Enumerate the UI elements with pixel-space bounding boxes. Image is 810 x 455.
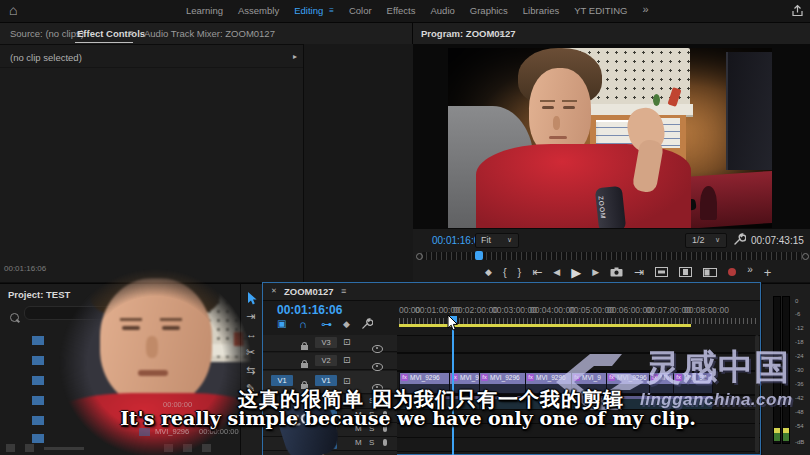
workspace-tab-editing[interactable]: Editing: [294, 5, 323, 16]
chevron-down-icon: ∨: [715, 236, 720, 244]
sync-lock-icon[interactable]: ⊡: [343, 355, 351, 365]
play-button[interactable]: ▶: [571, 265, 581, 280]
track-target-v2[interactable]: V2: [315, 355, 337, 366]
seek-zoom-handle-right[interactable]: [802, 253, 809, 260]
export-frame-button[interactable]: [610, 267, 623, 277]
work-area-bar[interactable]: [399, 324, 691, 327]
snap-magnet-icon[interactable]: ∩: [299, 318, 307, 330]
workspace-tab-color[interactable]: Color: [349, 5, 372, 16]
effect-controls-panel: Source: (no clips) Effect Controls ≡ Aud…: [0, 23, 413, 282]
transport-overflow-icon[interactable]: »: [747, 264, 753, 275]
search-icon: [10, 313, 19, 322]
home-icon[interactable]: ⌂: [9, 2, 17, 18]
workspace-tab-audio[interactable]: Audio: [430, 5, 454, 16]
add-marker-button[interactable]: ◆: [485, 267, 492, 277]
step-back-button[interactable]: ◀: [553, 267, 560, 277]
seek-zoom-handle-left[interactable]: [416, 253, 423, 260]
zoom-mic: ZOOM: [595, 186, 626, 228]
track-header-v2: V2 ⊡: [263, 353, 397, 370]
meter-scale-label: -30: [795, 367, 804, 373]
lift-button[interactable]: [655, 267, 668, 277]
timeline-panel-menu-icon[interactable]: ≡: [341, 286, 346, 296]
shelf-tool-green: [653, 94, 660, 106]
subtitle-english: It's really simple because we have only …: [3, 407, 810, 429]
settings-wrench-icon[interactable]: [733, 233, 746, 246]
premiere-pro-window: ⌂ Learning Assembly Editing ≡ Color Effe…: [0, 0, 810, 455]
go-to-out-button[interactable]: ⇥: [634, 265, 644, 279]
ruler-label: 00:08:00:00: [684, 305, 728, 315]
mark-out-button[interactable]: }: [518, 266, 522, 278]
project-clip-icon: [139, 428, 150, 436]
timeline-tab-bar: ✕ ZOOM0127 ≡: [263, 283, 760, 301]
no-clip-message: (no clip selected): [10, 52, 82, 63]
tab-effect-controls[interactable]: Effect Controls: [77, 28, 145, 39]
mute-button[interactable]: M: [355, 438, 362, 447]
program-panel-menu-icon[interactable]: ≡: [499, 28, 504, 38]
program-playhead[interactable]: [475, 251, 483, 260]
source-patch-v1[interactable]: V1: [271, 375, 293, 386]
timeline-timecode[interactable]: 00:01:16:06: [277, 303, 342, 317]
lock-icon[interactable]: [301, 363, 308, 368]
wine-glass: [700, 186, 717, 220]
mark-in-button[interactable]: {: [503, 266, 507, 278]
program-video: ZOOM: [448, 48, 772, 228]
effect-controls-tab-bar: Source: (no clips) Effect Controls ≡ Aud…: [0, 23, 412, 45]
track-target-v3[interactable]: V3: [315, 337, 337, 348]
tab-source-monitor[interactable]: Source: (no clips): [10, 28, 84, 39]
record-indicator[interactable]: [728, 268, 736, 276]
extract-button[interactable]: [679, 267, 692, 277]
track-output-eye-icon[interactable]: [372, 345, 383, 353]
workspace-tab-learning[interactable]: Learning: [186, 5, 223, 16]
workspace-tab-libraries[interactable]: Libraries: [523, 5, 559, 16]
top-bar: ⌂ Learning Assembly Editing ≡ Color Effe…: [0, 0, 810, 23]
lock-icon[interactable]: [301, 345, 308, 350]
zoom-level-select[interactable]: Fit ∨: [475, 233, 519, 248]
program-video-frame[interactable]: ZOOM: [413, 44, 810, 229]
sync-lock-icon[interactable]: ⊡: [343, 376, 351, 386]
export-icon[interactable]: [791, 4, 804, 17]
add-marker-icon[interactable]: ◆: [343, 319, 350, 329]
mic-brand-label: ZOOM: [598, 196, 607, 220]
person-face: [529, 68, 591, 156]
tab-audio-track-mixer[interactable]: Audio Track Mixer: ZOOM0127: [144, 28, 275, 39]
workspace-tab-assembly[interactable]: Assembly: [238, 5, 279, 16]
workspace-overflow-icon[interactable]: »: [642, 3, 648, 16]
workspace-tab-yt-editing[interactable]: YT EDITING: [574, 5, 627, 16]
twirl-arrow-icon[interactable]: ▸: [293, 52, 297, 61]
mouse-cursor: [447, 315, 459, 332]
playback-resolution-select[interactable]: 1/2 ∨: [685, 233, 727, 248]
effect-controls-right-pane: [303, 44, 413, 282]
workspace-tab-effects[interactable]: Effects: [387, 5, 416, 16]
program-duration: 00:07:43:15: [751, 235, 804, 246]
voiceover-mic-icon[interactable]: [383, 439, 387, 446]
transport-controls: ◆ { } ⇤ ◀ ▶ ▶ ⇥ » +: [485, 262, 807, 282]
icon-view-button[interactable]: [25, 444, 34, 452]
comparison-view-button[interactable]: [703, 268, 717, 277]
go-to-in-button[interactable]: ⇤: [532, 265, 542, 279]
meter-scale-label: -6: [795, 311, 800, 317]
track-target-v1[interactable]: V1: [315, 375, 337, 386]
sync-lock-icon[interactable]: ⊡: [343, 337, 351, 347]
program-tab-bar: Program: ZOOM0127 ≡: [413, 23, 810, 45]
step-forward-button[interactable]: ▶: [592, 267, 599, 277]
chevron-down-icon: ∨: [507, 236, 512, 244]
add-button-icon[interactable]: +: [764, 265, 772, 280]
ruler-label: 00:02:00:00: [453, 305, 497, 315]
meter-scale-label: -18: [795, 339, 804, 345]
panel-menu-icon[interactable]: ≡: [128, 28, 133, 38]
desk-monitor: [726, 52, 772, 170]
list-view-button[interactable]: [6, 444, 15, 452]
ruler-label: 00:06:00:00: [607, 305, 651, 315]
solo-button[interactable]: S: [369, 438, 374, 447]
nest-toggle-icon[interactable]: ▣: [277, 318, 286, 329]
ruler-label: 00:04:00:00: [530, 305, 574, 315]
timeline-settings-wrench-icon[interactable]: [361, 318, 373, 330]
meter-scale-label: -12: [795, 325, 804, 331]
tab-sequence[interactable]: ZOOM0127: [284, 286, 334, 297]
workspace-menu-icon[interactable]: ≡: [329, 6, 334, 16]
workspace-tab-graphics[interactable]: Graphics: [470, 5, 508, 16]
track-header-v3: V3 ⊡: [263, 335, 397, 352]
linked-selection-icon[interactable]: ⊶: [321, 318, 332, 331]
track-output-eye-icon[interactable]: [372, 363, 383, 371]
meter-scale-label: -24: [795, 353, 804, 359]
